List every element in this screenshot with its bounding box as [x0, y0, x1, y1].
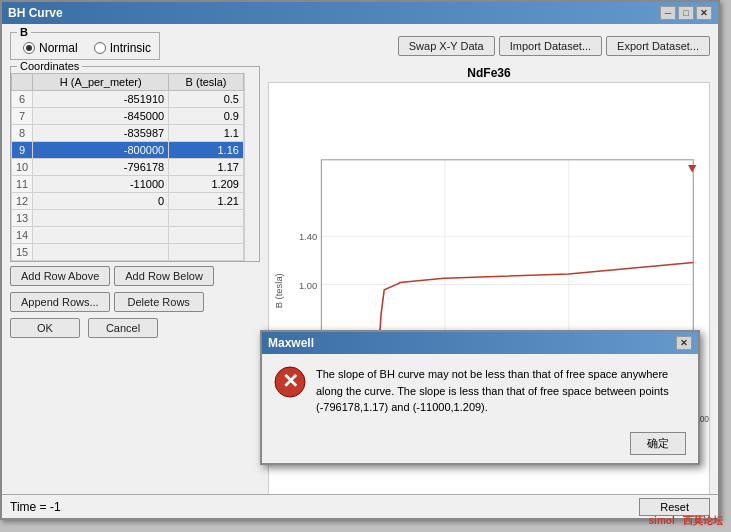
row-b-value	[169, 244, 244, 261]
simol-suffix: 西莫论坛	[683, 515, 723, 526]
row-b-value: 0.5	[169, 91, 244, 108]
row-b-value: 1.17	[169, 159, 244, 176]
row-h-value: -845000	[33, 108, 169, 125]
scrollbar[interactable]	[244, 73, 259, 261]
delete-rows-button[interactable]: Delete Rows	[114, 292, 204, 312]
row-index: 11	[12, 176, 33, 193]
col-b: B (tesla)	[169, 74, 244, 91]
svg-text:B (tesla): B (tesla)	[273, 273, 284, 308]
maxwell-title-bar: Maxwell ✕	[262, 332, 698, 354]
row-index: 7	[12, 108, 33, 125]
maxwell-footer: 确定	[262, 428, 698, 463]
simol-text: simol 西莫论坛	[649, 515, 723, 526]
row-index: 9	[12, 142, 33, 159]
b-section: B Normal Intrinsic	[10, 32, 160, 60]
close-button[interactable]: ✕	[696, 6, 712, 20]
ok-button[interactable]: OK	[10, 318, 80, 338]
svg-text:1.40: 1.40	[299, 231, 317, 242]
row-h-value: -11000	[33, 176, 169, 193]
radio-intrinsic[interactable]: Intrinsic	[94, 41, 151, 55]
row-index: 14	[12, 227, 33, 244]
cancel-button[interactable]: Cancel	[88, 318, 158, 338]
row-h-value: -851910	[33, 91, 169, 108]
confirm-button[interactable]: 确定	[630, 432, 686, 455]
title-bar: BH Curve ─ □ ✕	[2, 2, 718, 24]
left-panel: Coordinates H (A_per_meter) B (tesla)	[10, 66, 260, 510]
table-wrapper[interactable]: H (A_per_meter) B (tesla) 6-8519100.57-8…	[11, 73, 259, 261]
svg-text:✕: ✕	[282, 370, 299, 392]
row-h-value	[33, 210, 169, 227]
row-h-value: 0	[33, 193, 169, 210]
top-buttons: Swap X-Y Data Import Dataset... Export D…	[398, 36, 710, 56]
maxwell-message: The slope of BH curve may not be less th…	[316, 366, 686, 416]
radio-intrinsic-circle[interactable]	[94, 42, 106, 54]
title-bar-buttons: ─ □ ✕	[660, 6, 712, 20]
row-index: 15	[12, 244, 33, 261]
error-icon: ✕	[274, 366, 306, 398]
row-b-value: 1.21	[169, 193, 244, 210]
row-b-value: 1.1	[169, 125, 244, 142]
row-h-value: -800000	[33, 142, 169, 159]
row-index: 6	[12, 91, 33, 108]
row-index: 12	[12, 193, 33, 210]
import-button[interactable]: Import Dataset...	[499, 36, 602, 56]
minimize-button[interactable]: ─	[660, 6, 676, 20]
row-index: 10	[12, 159, 33, 176]
row-h-value: -835987	[33, 125, 169, 142]
radio-group: Normal Intrinsic	[23, 41, 151, 55]
append-rows-button[interactable]: Append Rows...	[10, 292, 110, 312]
row-h-value: -796178	[33, 159, 169, 176]
col-h: H (A_per_meter)	[33, 74, 169, 91]
status-bar: Time = -1 Reset	[2, 494, 718, 518]
data-table: H (A_per_meter) B (tesla) 6-8519100.57-8…	[11, 73, 244, 261]
append-delete-buttons: Append Rows... Delete Rows	[10, 292, 260, 312]
maxwell-dialog: Maxwell ✕ ✕ The slope of BH curve may no…	[260, 330, 700, 465]
radio-intrinsic-label: Intrinsic	[110, 41, 151, 55]
radio-normal-circle[interactable]	[23, 42, 35, 54]
maxwell-content: ✕ The slope of BH curve may not be less …	[262, 354, 698, 428]
reset-button[interactable]: Reset	[639, 498, 710, 516]
export-button[interactable]: Export Dataset...	[606, 36, 710, 56]
row-action-buttons: Add Row Above Add Row Below	[10, 266, 260, 286]
row-b-value: 1.209	[169, 176, 244, 193]
row-index: 13	[12, 210, 33, 227]
row-b-value: 1.16	[169, 142, 244, 159]
simol-watermark: simol 西莫论坛	[649, 514, 723, 528]
row-b-value	[169, 210, 244, 227]
row-b-value	[169, 227, 244, 244]
ok-cancel-buttons: OK Cancel	[10, 318, 260, 338]
row-b-value: 0.9	[169, 108, 244, 125]
maximize-button[interactable]: □	[678, 6, 694, 20]
time-status: Time = -1	[10, 500, 61, 514]
coordinates-section: Coordinates H (A_per_meter) B (tesla)	[10, 66, 260, 262]
radio-normal-label: Normal	[39, 41, 78, 55]
chart-title: NdFe36	[268, 66, 710, 80]
coordinates-label: Coordinates	[17, 60, 82, 72]
swap-button[interactable]: Swap X-Y Data	[398, 36, 495, 56]
add-row-above-button[interactable]: Add Row Above	[10, 266, 110, 286]
row-h-value	[33, 244, 169, 261]
row-index: 8	[12, 125, 33, 142]
row-h-value	[33, 227, 169, 244]
radio-normal[interactable]: Normal	[23, 41, 78, 55]
maxwell-close-button[interactable]: ✕	[676, 336, 692, 350]
window-title: BH Curve	[8, 6, 63, 20]
b-section-label: B	[17, 26, 31, 38]
add-row-below-button[interactable]: Add Row Below	[114, 266, 214, 286]
svg-text:1.00: 1.00	[299, 280, 317, 291]
maxwell-title-text: Maxwell	[268, 336, 314, 350]
header-row: B Normal Intrinsic Swap X-Y Data Import …	[10, 32, 710, 60]
col-idx	[12, 74, 33, 91]
